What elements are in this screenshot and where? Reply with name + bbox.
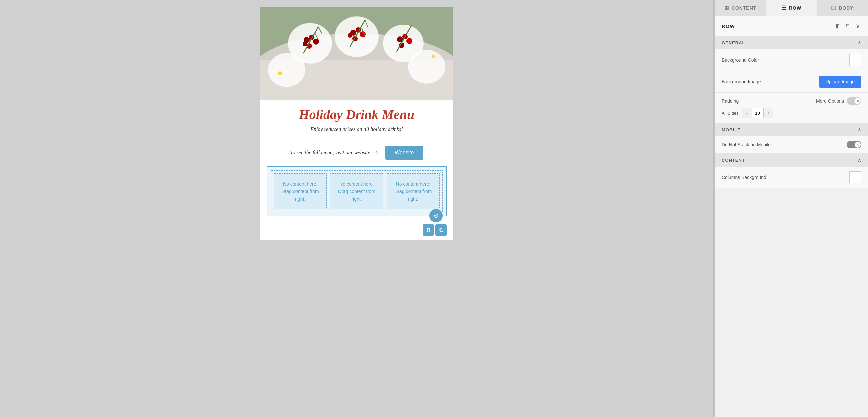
email-canvas: Holiday Drink Menu Enjoy reduced prices … [260,7,453,240]
tab-content[interactable]: ⊞ CONTENT [715,0,766,16]
columns-bg-swatch[interactable] [849,171,861,183]
svg-point-20 [406,38,412,44]
more-options-toggle[interactable]: ✕ [847,97,861,105]
general-section-header: GENERAL ∧ [715,36,868,49]
tab-bar: ⊞ CONTENT ☰ ROW ☐ BODY [715,0,868,16]
background-color-row: Background Color [715,49,868,71]
drinks-photo [260,7,453,100]
mobile-chevron[interactable]: ∧ [858,127,861,132]
content-row-selected[interactable]: No content here. Drag content from right… [267,166,447,216]
body-tab-label: BODY [839,5,853,11]
cta-row: To see the full menu, visit our website … [260,142,453,166]
row-section-header: ROW 🗑 ⧉ ∨ [715,16,868,36]
content-tab-icon: ⊞ [724,5,729,11]
svg-point-29 [278,71,282,75]
toggle-x-icon: ✕ [856,99,859,103]
delete-icon-button[interactable]: 🗑 [833,21,842,31]
mobile-label: MOBILE [721,127,741,132]
bg-image-label: Background Image [721,79,761,84]
columns-bg-row: Columns Background [715,167,868,188]
hero-image-section [260,7,453,100]
tab-row[interactable]: ☰ ROW [766,0,817,16]
upload-image-button[interactable]: Upload Image [819,76,861,88]
canvas-area: Holiday Drink Menu Enjoy reduced prices … [0,0,713,417]
move-handle[interactable]: ⊕ [429,209,443,222]
section-actions: 🗑 ⧉ ∨ [833,21,861,31]
delete-row-button[interactable]: 🗑 [423,224,434,236]
collapse-icon-button[interactable]: ∨ [854,21,861,31]
content-section-label: CONTENT [721,158,745,163]
row-tab-label: ROW [789,5,801,11]
drag-column-2[interactable]: No content here. Drag content from right… [330,173,383,209]
canvas-row-actions: 🗑 ⧉ [260,223,453,237]
subtitle-text: Enjoy reduced prices on all holiday drin… [273,126,440,132]
more-options-label: More Options [816,98,844,104]
body-tab-icon: ☐ [831,5,836,11]
do-not-stack-x: ✕ [856,143,859,147]
drag-column-3[interactable]: No content here. Drag content from right… [386,173,440,209]
all-sides-row: All Sides - + [721,108,861,118]
padding-decrement-button[interactable]: - [742,108,751,117]
cta-text: To see the full menu, visit our website … [290,149,379,155]
general-chevron[interactable]: ∧ [858,40,861,45]
columns-bg-label: Columns Background [721,175,766,180]
website-button[interactable]: Website [385,145,423,160]
drag-column-1[interactable]: No content here. Drag content from right… [274,173,327,209]
content-chevron[interactable]: ∧ [858,157,861,163]
content-section-header: CONTENT ∧ [715,153,868,167]
duplicate-row-button[interactable]: ⧉ [435,224,447,236]
mobile-section-header: MOBILE ∧ [715,123,868,136]
duplicate-icon-button[interactable]: ⧉ [845,21,851,31]
row-tab-icon: ☰ [781,5,786,11]
content-tab-label: CONTENT [732,5,756,11]
do-not-stack-toggle[interactable]: ✕ [847,141,861,148]
bg-color-swatch[interactable] [849,54,861,66]
bg-color-label: Background Color [721,57,759,63]
do-not-stack-row: Do Not Stack on Mobile ✕ [715,136,868,153]
tab-body[interactable]: ☐ BODY [817,0,868,16]
svg-point-6 [268,53,305,86]
svg-point-17 [348,33,352,38]
svg-point-30 [432,55,435,58]
general-label: GENERAL [721,40,745,45]
columns-container: No content here. Drag content from right… [271,170,443,212]
svg-point-12 [303,42,307,46]
padding-increment-button[interactable]: + [764,108,773,117]
svg-point-7 [408,50,445,83]
padding-value-input[interactable] [751,108,764,117]
padding-label: Padding [721,98,739,104]
all-sides-label: All Sides [721,111,739,115]
more-options-toggle-row: More Options ✕ [816,97,861,105]
holiday-title: Holiday Drink Menu [273,107,440,122]
padding-header-row: Padding More Options ✕ [721,97,861,105]
background-image-row: Background Image Upload Image [715,71,868,93]
padding-section: Padding More Options ✕ All Sides - + [715,93,868,123]
row-section-label: ROW [721,23,735,29]
do-not-stack-label: Do Not Stack on Mobile [721,142,771,147]
title-section: Holiday Drink Menu Enjoy reduced prices … [260,100,453,142]
right-panel: ⊞ CONTENT ☰ ROW ☐ BODY ROW 🗑 ⧉ ∨ GENERAL… [715,0,868,417]
padding-stepper: - + [742,108,773,118]
